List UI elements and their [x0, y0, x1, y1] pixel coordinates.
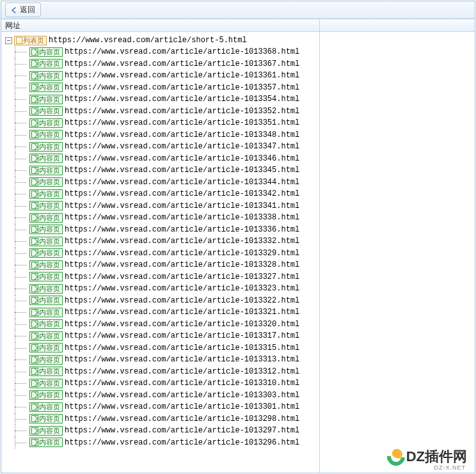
tree-child-row[interactable]: 内容页https://www.vsread.com/article/articl…	[12, 283, 319, 295]
tree-child-row[interactable]: 内容页https://www.vsread.com/article/articl…	[12, 437, 319, 449]
external-link-icon	[31, 214, 38, 221]
content-area: 网址 − 列表页 https://www.vsread.com/article/…	[1, 19, 475, 473]
content-page-tag[interactable]: 内容页	[29, 296, 63, 305]
content-page-tag[interactable]: 内容页	[29, 426, 63, 436]
external-link-icon	[31, 262, 38, 269]
external-link-icon	[31, 368, 38, 375]
content-page-tag[interactable]: 内容页	[29, 59, 63, 68]
tree-child-row[interactable]: 内容页https://www.vsread.com/article/articl…	[12, 129, 319, 141]
child-url: https://www.vsread.com/article/article-1…	[65, 306, 299, 319]
tree-child-row[interactable]: 内容页https://www.vsread.com/article/articl…	[12, 153, 319, 165]
content-page-tag[interactable]: 内容页	[29, 355, 63, 365]
content-page-tag[interactable]: 内容页	[29, 438, 63, 447]
content-page-tag[interactable]: 内容页	[29, 284, 63, 294]
child-url: https://www.vsread.com/article/article-1…	[65, 129, 299, 141]
list-page-tag[interactable]: 列表页	[14, 36, 47, 45]
content-page-tag[interactable]: 内容页	[29, 213, 63, 223]
external-link-icon	[31, 107, 38, 115]
child-url: https://www.vsread.com/article/article-1…	[65, 82, 299, 94]
content-page-tag[interactable]: 内容页	[29, 319, 63, 329]
content-page-tag[interactable]: 内容页	[29, 367, 63, 376]
content-page-tag[interactable]: 内容页	[29, 308, 63, 317]
back-button[interactable]: 返回	[5, 3, 41, 17]
content-page-tag[interactable]: 内容页	[29, 71, 63, 81]
child-url: https://www.vsread.com/article/article-1…	[65, 401, 299, 413]
content-page-tag[interactable]: 内容页	[29, 95, 63, 104]
tree-child-row[interactable]: 内容页https://www.vsread.com/article/articl…	[12, 377, 319, 390]
tree-child-row[interactable]: 内容页https://www.vsread.com/article/articl…	[12, 366, 319, 378]
tree-child-row[interactable]: 内容页https://www.vsread.com/article/articl…	[12, 93, 319, 106]
external-link-icon	[31, 380, 38, 387]
content-page-tag[interactable]: 内容页	[29, 118, 63, 128]
child-url: https://www.vsread.com/article/article-1…	[65, 70, 299, 82]
content-page-tag[interactable]: 内容页	[29, 130, 63, 139]
url-column: 网址 − 列表页 https://www.vsread.com/article/…	[1, 19, 320, 473]
tree-child-row[interactable]: 内容页https://www.vsread.com/article/articl…	[12, 235, 319, 248]
content-page-tag[interactable]: 内容页	[29, 237, 63, 246]
tree-child-row[interactable]: 内容页https://www.vsread.com/article/articl…	[12, 259, 319, 271]
tree-child-row[interactable]: 内容页https://www.vsread.com/article/articl…	[12, 106, 319, 118]
content-page-tag[interactable]: 内容页	[29, 47, 63, 57]
tree-child-row[interactable]: 内容页https://www.vsread.com/article/articl…	[12, 212, 319, 224]
content-page-tag[interactable]: 内容页	[29, 331, 63, 341]
tree-child-row[interactable]: 内容页https://www.vsread.com/article/articl…	[12, 390, 319, 402]
tree-child-row[interactable]: 内容页https://www.vsread.com/article/articl…	[12, 330, 319, 342]
content-page-tag[interactable]: 内容页	[29, 260, 63, 270]
external-link-icon	[31, 249, 38, 257]
content-page-tag[interactable]: 内容页	[29, 390, 63, 400]
tree-child-row[interactable]: 内容页https://www.vsread.com/article/articl…	[12, 425, 319, 437]
child-url: https://www.vsread.com/article/article-1…	[65, 141, 299, 153]
tree-child-row[interactable]: 内容页https://www.vsread.com/article/articl…	[12, 271, 319, 283]
content-page-tag[interactable]: 内容页	[29, 379, 63, 388]
tree-child-row[interactable]: 内容页https://www.vsread.com/article/articl…	[12, 117, 319, 129]
watermark-subtext: DZ-X.NET	[434, 464, 466, 471]
tree-child-row[interactable]: 内容页https://www.vsread.com/article/articl…	[12, 188, 319, 200]
tree-child-row[interactable]: 内容页https://www.vsread.com/article/articl…	[12, 70, 319, 82]
tree-child-row[interactable]: 内容页https://www.vsread.com/article/articl…	[12, 224, 319, 236]
tree-child-row[interactable]: 内容页https://www.vsread.com/article/articl…	[12, 164, 319, 177]
content-page-tag[interactable]: 内容页	[29, 272, 63, 281]
tree-child-row[interactable]: 内容页https://www.vsread.com/article/articl…	[12, 342, 319, 354]
content-tag-label: 内容页	[39, 367, 60, 375]
tree-child-row[interactable]: 内容页https://www.vsread.com/article/articl…	[12, 295, 319, 307]
child-url: https://www.vsread.com/article/article-1…	[65, 46, 299, 58]
expander-icon[interactable]: −	[5, 37, 12, 44]
child-url: https://www.vsread.com/article/article-1…	[65, 377, 299, 390]
content-page-tag[interactable]: 内容页	[29, 343, 63, 352]
child-url: https://www.vsread.com/article/article-1…	[65, 188, 299, 200]
content-page-tag[interactable]: 内容页	[29, 106, 63, 116]
content-tag-label: 内容页	[39, 72, 60, 80]
tree-child-row[interactable]: 内容页https://www.vsread.com/article/articl…	[12, 200, 319, 212]
content-page-tag[interactable]: 内容页	[29, 154, 63, 163]
content-page-tag[interactable]: 内容页	[29, 177, 63, 187]
tree-child-row[interactable]: 内容页https://www.vsread.com/article/articl…	[12, 58, 319, 70]
tree-child-row[interactable]: 内容页https://www.vsread.com/article/articl…	[12, 319, 319, 331]
tree-child-row[interactable]: 内容页https://www.vsread.com/article/articl…	[12, 354, 319, 366]
content-tag-label: 内容页	[39, 320, 60, 328]
content-page-tag[interactable]: 内容页	[29, 189, 63, 199]
content-page-tag[interactable]: 内容页	[29, 414, 63, 423]
tree-view[interactable]: − 列表页 https://www.vsread.com/article/sho…	[1, 32, 319, 473]
tree-child-row[interactable]: 内容页https://www.vsread.com/article/articl…	[12, 306, 319, 319]
content-page-tag[interactable]: 内容页	[29, 248, 63, 258]
content-page-tag[interactable]: 内容页	[29, 402, 63, 412]
child-url: https://www.vsread.com/article/article-1…	[65, 390, 299, 402]
tree-child-row[interactable]: 内容页https://www.vsread.com/article/articl…	[12, 82, 319, 94]
child-url: https://www.vsread.com/article/article-1…	[65, 106, 299, 118]
content-page-tag[interactable]: 内容页	[29, 166, 63, 175]
tree-root-row[interactable]: − 列表页 https://www.vsread.com/article/sho…	[5, 35, 319, 46]
content-page-tag[interactable]: 内容页	[29, 225, 63, 234]
content-page-tag[interactable]: 内容页	[29, 83, 63, 92]
tree-child-row[interactable]: 内容页https://www.vsread.com/article/articl…	[12, 401, 319, 413]
list-tag-label: 列表页	[23, 36, 44, 45]
tree-child-row[interactable]: 内容页https://www.vsread.com/article/articl…	[12, 248, 319, 260]
tree-child-row[interactable]: 内容页https://www.vsread.com/article/articl…	[12, 141, 319, 153]
content-page-tag[interactable]: 内容页	[29, 201, 63, 210]
tree-child-row[interactable]: 内容页https://www.vsread.com/article/articl…	[12, 177, 319, 189]
content-tag-label: 内容页	[39, 201, 60, 210]
content-tag-label: 内容页	[39, 249, 60, 257]
tree-child-row[interactable]: 内容页https://www.vsread.com/article/articl…	[12, 413, 319, 425]
external-link-icon	[31, 404, 38, 411]
content-page-tag[interactable]: 内容页	[29, 142, 63, 152]
tree-child-row[interactable]: 内容页https://www.vsread.com/article/articl…	[12, 46, 319, 58]
